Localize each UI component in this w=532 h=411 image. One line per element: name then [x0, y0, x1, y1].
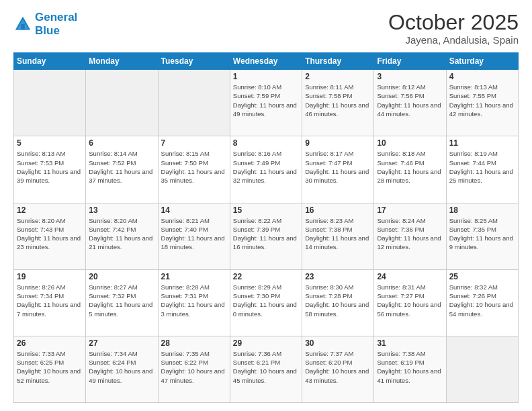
day-number: 25 — [449, 272, 515, 281]
day-info: Sunrise: 7:34 AM Sunset: 6:24 PM Dayligh… — [89, 349, 154, 385]
col-wednesday: Wednesday — [230, 53, 302, 70]
day-number: 27 — [89, 338, 154, 348]
col-monday: Monday — [86, 53, 158, 70]
day-number: 3 — [377, 72, 443, 81]
day-number: 17 — [377, 205, 443, 215]
day-info: Sunrise: 8:28 AM Sunset: 7:31 PM Dayligh… — [161, 283, 227, 318]
day-info: Sunrise: 8:26 AM Sunset: 7:34 PM Dayligh… — [17, 283, 83, 318]
day-number: 23 — [305, 272, 371, 281]
page: General Blue October 2025 Jayena, Andalu… — [0, 0, 532, 411]
day-cell: 16Sunrise: 8:23 AM Sunset: 7:38 PM Dayli… — [302, 203, 374, 269]
day-cell — [86, 70, 158, 136]
day-info: Sunrise: 8:12 AM Sunset: 7:56 PM Dayligh… — [377, 83, 443, 118]
day-cell — [14, 70, 86, 136]
day-number: 4 — [449, 72, 515, 81]
day-cell: 9Sunrise: 8:17 AM Sunset: 7:47 PM Daylig… — [302, 136, 374, 203]
day-number: 15 — [233, 205, 299, 215]
header-row: Sunday Monday Tuesday Wednesday Thursday… — [14, 53, 519, 70]
day-cell: 21Sunrise: 8:28 AM Sunset: 7:31 PM Dayli… — [158, 269, 230, 336]
day-cell: 12Sunrise: 8:20 AM Sunset: 7:43 PM Dayli… — [14, 203, 86, 269]
week-row-1: 1Sunrise: 8:10 AM Sunset: 7:59 PM Daylig… — [14, 70, 519, 136]
day-info: Sunrise: 8:29 AM Sunset: 7:30 PM Dayligh… — [233, 283, 299, 318]
day-cell: 20Sunrise: 8:27 AM Sunset: 7:32 PM Dayli… — [86, 269, 158, 336]
day-number: 11 — [449, 138, 515, 148]
day-number: 31 — [377, 338, 443, 348]
day-info: Sunrise: 7:35 AM Sunset: 6:22 PM Dayligh… — [161, 349, 227, 385]
day-info: Sunrise: 8:23 AM Sunset: 7:38 PM Dayligh… — [305, 216, 371, 252]
day-cell: 29Sunrise: 7:36 AM Sunset: 6:21 PM Dayli… — [230, 336, 302, 402]
day-info: Sunrise: 7:36 AM Sunset: 6:21 PM Dayligh… — [233, 349, 299, 385]
day-info: Sunrise: 8:30 AM Sunset: 7:28 PM Dayligh… — [305, 283, 371, 318]
day-info: Sunrise: 8:20 AM Sunset: 7:42 PM Dayligh… — [89, 216, 154, 252]
day-number: 13 — [89, 205, 154, 215]
col-tuesday: Tuesday — [158, 53, 230, 70]
col-saturday: Saturday — [446, 53, 518, 70]
day-info: Sunrise: 8:27 AM Sunset: 7:32 PM Dayligh… — [89, 283, 154, 318]
month-title: October 2025 — [388, 11, 519, 34]
day-info: Sunrise: 8:15 AM Sunset: 7:50 PM Dayligh… — [161, 149, 227, 185]
day-number: 28 — [161, 338, 227, 348]
day-number: 16 — [305, 205, 371, 215]
day-number: 10 — [377, 138, 443, 148]
week-row-4: 19Sunrise: 8:26 AM Sunset: 7:34 PM Dayli… — [14, 269, 519, 336]
day-number: 6 — [89, 138, 154, 148]
day-cell: 30Sunrise: 7:37 AM Sunset: 6:20 PM Dayli… — [302, 336, 374, 402]
day-info: Sunrise: 8:13 AM Sunset: 7:53 PM Dayligh… — [17, 149, 83, 185]
day-number: 21 — [161, 272, 227, 281]
day-cell: 6Sunrise: 8:14 AM Sunset: 7:52 PM Daylig… — [86, 136, 158, 203]
week-row-2: 5Sunrise: 8:13 AM Sunset: 7:53 PM Daylig… — [14, 136, 519, 203]
day-number: 29 — [233, 338, 299, 348]
day-number: 12 — [17, 205, 83, 215]
day-cell: 5Sunrise: 8:13 AM Sunset: 7:53 PM Daylig… — [14, 136, 86, 203]
day-info: Sunrise: 8:10 AM Sunset: 7:59 PM Dayligh… — [233, 83, 299, 118]
day-cell: 3Sunrise: 8:12 AM Sunset: 7:56 PM Daylig… — [374, 70, 446, 136]
day-cell: 26Sunrise: 7:33 AM Sunset: 6:25 PM Dayli… — [14, 336, 86, 402]
day-cell: 15Sunrise: 8:22 AM Sunset: 7:39 PM Dayli… — [230, 203, 302, 269]
day-cell: 11Sunrise: 8:19 AM Sunset: 7:44 PM Dayli… — [446, 136, 518, 203]
logo-text: General Blue — [35, 11, 77, 37]
day-number: 22 — [233, 272, 299, 281]
day-cell: 31Sunrise: 7:38 AM Sunset: 6:19 PM Dayli… — [374, 336, 446, 402]
day-number: 18 — [449, 205, 515, 215]
day-number: 14 — [161, 205, 227, 215]
calendar-table: Sunday Monday Tuesday Wednesday Thursday… — [13, 52, 519, 403]
svg-rect-2 — [21, 24, 25, 30]
day-info: Sunrise: 8:16 AM Sunset: 7:49 PM Dayligh… — [233, 149, 299, 185]
day-cell: 18Sunrise: 8:25 AM Sunset: 7:35 PM Dayli… — [446, 203, 518, 269]
day-number: 1 — [233, 72, 299, 81]
logo: General Blue — [13, 11, 77, 37]
day-number: 19 — [17, 272, 83, 281]
day-info: Sunrise: 8:11 AM Sunset: 7:58 PM Dayligh… — [305, 83, 371, 118]
logo-icon — [13, 15, 32, 34]
day-info: Sunrise: 8:25 AM Sunset: 7:35 PM Dayligh… — [449, 216, 515, 252]
day-info: Sunrise: 8:18 AM Sunset: 7:46 PM Dayligh… — [377, 149, 443, 185]
col-friday: Friday — [374, 53, 446, 70]
day-cell: 14Sunrise: 8:21 AM Sunset: 7:40 PM Dayli… — [158, 203, 230, 269]
day-cell: 1Sunrise: 8:10 AM Sunset: 7:59 PM Daylig… — [230, 70, 302, 136]
day-number: 8 — [233, 138, 299, 148]
day-number: 24 — [377, 272, 443, 281]
day-cell: 7Sunrise: 8:15 AM Sunset: 7:50 PM Daylig… — [158, 136, 230, 203]
day-cell: 25Sunrise: 8:32 AM Sunset: 7:26 PM Dayli… — [446, 269, 518, 336]
week-row-5: 26Sunrise: 7:33 AM Sunset: 6:25 PM Dayli… — [14, 336, 519, 402]
day-number: 5 — [17, 138, 83, 148]
day-cell: 27Sunrise: 7:34 AM Sunset: 6:24 PM Dayli… — [86, 336, 158, 402]
day-cell: 22Sunrise: 8:29 AM Sunset: 7:30 PM Dayli… — [230, 269, 302, 336]
day-cell: 28Sunrise: 7:35 AM Sunset: 6:22 PM Dayli… — [158, 336, 230, 402]
calendar-header: Sunday Monday Tuesday Wednesday Thursday… — [14, 53, 519, 70]
day-info: Sunrise: 7:37 AM Sunset: 6:20 PM Dayligh… — [305, 349, 371, 385]
day-number: 7 — [161, 138, 227, 148]
day-info: Sunrise: 7:38 AM Sunset: 6:19 PM Dayligh… — [377, 349, 443, 385]
day-number: 9 — [305, 138, 371, 148]
day-info: Sunrise: 8:31 AM Sunset: 7:27 PM Dayligh… — [377, 283, 443, 318]
day-info: Sunrise: 8:19 AM Sunset: 7:44 PM Dayligh… — [449, 149, 515, 185]
day-number: 2 — [305, 72, 371, 81]
day-cell: 10Sunrise: 8:18 AM Sunset: 7:46 PM Dayli… — [374, 136, 446, 203]
calendar-body: 1Sunrise: 8:10 AM Sunset: 7:59 PM Daylig… — [14, 70, 519, 403]
day-cell: 8Sunrise: 8:16 AM Sunset: 7:49 PM Daylig… — [230, 136, 302, 203]
day-cell: 2Sunrise: 8:11 AM Sunset: 7:58 PM Daylig… — [302, 70, 374, 136]
col-sunday: Sunday — [14, 53, 86, 70]
day-cell: 19Sunrise: 8:26 AM Sunset: 7:34 PM Dayli… — [14, 269, 86, 336]
day-info: Sunrise: 8:32 AM Sunset: 7:26 PM Dayligh… — [449, 283, 515, 318]
day-info: Sunrise: 8:20 AM Sunset: 7:43 PM Dayligh… — [17, 216, 83, 252]
